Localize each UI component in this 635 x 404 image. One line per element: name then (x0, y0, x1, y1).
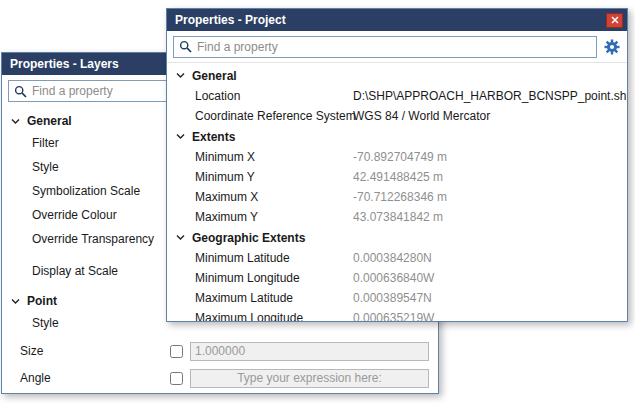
property-label: Location (195, 89, 353, 103)
search-icon (179, 40, 192, 53)
section-label: General (27, 114, 72, 128)
angle-checkbox[interactable] (170, 372, 183, 385)
close-button[interactable] (606, 13, 623, 28)
project-properties-panel: Properties - Project (166, 8, 628, 322)
property-value: 43.073841842 m (353, 210, 627, 224)
property-row-maximum-latitude[interactable]: Maximum Latitude 0.000389547N (167, 288, 627, 308)
project-search-toolbar (167, 31, 627, 63)
angle-label: Angle (20, 371, 163, 385)
search-icon (14, 85, 27, 98)
property-row-minimum-longitude[interactable]: Minimum Longitude 0.000636840W (167, 268, 627, 288)
property-value: D:\SHP\APPROACH_HARBOR_BCNSPP_point.shp (353, 89, 627, 103)
property-row-minimum-x[interactable]: Minimum X -70.892704749 m (167, 147, 627, 167)
property-value: 0.000636840W (353, 271, 627, 285)
property-label: Minimum X (195, 150, 353, 164)
project-tree: General Location D:\SHP\APPROACH_HARBOR_… (167, 63, 627, 321)
screen: Properties - Layers General Filt (0, 0, 635, 404)
project-section-geographic-extents[interactable]: Geographic Extents (167, 227, 627, 248)
layers-panel-title: Properties - Layers (10, 57, 119, 71)
property-value: -70.712268346 m (353, 190, 627, 204)
angle-input[interactable] (190, 369, 429, 388)
project-titlebar[interactable]: Properties - Project (167, 9, 627, 31)
size-label: Size (20, 344, 163, 358)
project-search-input[interactable] (197, 37, 591, 57)
property-label: Coordinate Reference System (195, 109, 353, 123)
angle-row: Angle (20, 367, 429, 389)
property-row-coordinate-reference-system[interactable]: Coordinate Reference System WGS 84 / Wor… (167, 106, 627, 126)
size-checkbox[interactable] (170, 345, 183, 358)
property-label: Minimum Y (195, 170, 353, 184)
gear-icon[interactable] (603, 38, 621, 56)
property-value: 0.000384280N (353, 251, 627, 265)
property-label: Minimum Longitude (195, 271, 353, 285)
chevron-down-icon (175, 70, 186, 81)
property-row-maximum-y[interactable]: Maximum Y 43.073841842 m (167, 207, 627, 227)
chevron-down-icon (175, 232, 186, 243)
property-row-maximum-x[interactable]: Maximum X -70.712268346 m (167, 187, 627, 207)
property-row-minimum-latitude[interactable]: Minimum Latitude 0.000384280N (167, 248, 627, 268)
section-label: General (192, 69, 237, 83)
chevron-down-icon (10, 296, 21, 307)
project-search-box[interactable] (173, 36, 597, 58)
property-row-location[interactable]: Location D:\SHP\APPROACH_HARBOR_BCNSPP_p… (167, 86, 627, 106)
section-label: Extents (192, 130, 235, 144)
chevron-down-icon (175, 131, 186, 142)
property-value: -70.892704749 m (353, 150, 627, 164)
size-input[interactable] (190, 342, 429, 361)
property-label: Maximum Latitude (195, 291, 353, 305)
property-row-maximum-longitude[interactable]: Maximum Longitude 0.000635219W (167, 308, 627, 321)
property-label: Maximum Longitude (195, 311, 353, 321)
property-label: Maximum Y (195, 210, 353, 224)
section-label: Point (27, 294, 57, 308)
property-label: Minimum Latitude (195, 251, 353, 265)
property-value: 0.000635219W (353, 311, 627, 321)
property-value: WGS 84 / World Mercator (353, 109, 627, 123)
size-row: Size (20, 340, 429, 362)
project-section-general[interactable]: General (167, 65, 627, 86)
property-label: Maximum X (195, 190, 353, 204)
chevron-down-icon (10, 116, 21, 127)
project-panel-title: Properties - Project (175, 13, 286, 27)
property-value: 0.000389547N (353, 291, 627, 305)
close-icon (611, 16, 619, 24)
property-row-minimum-y[interactable]: Minimum Y 42.491488425 m (167, 167, 627, 187)
section-label: Geographic Extents (192, 231, 305, 245)
property-value: 42.491488425 m (353, 170, 627, 184)
project-section-extents[interactable]: Extents (167, 126, 627, 147)
